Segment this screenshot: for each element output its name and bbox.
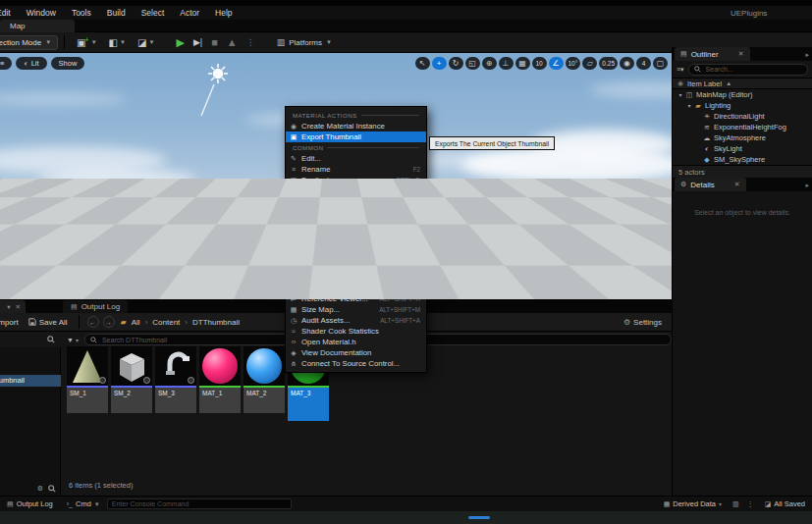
tab-outliner[interactable]: ▤ Outliner ✕ [675, 47, 750, 61]
play-options-icon[interactable]: ⋮ [246, 37, 255, 47]
expander-icon[interactable]: ▾ [677, 91, 684, 98]
menu-item-shader-cook-statistics[interactable]: ≈Shader Cook Statistics [286, 326, 426, 337]
menu-tools[interactable]: Tools [64, 8, 99, 18]
tree-item-sm-skysphere[interactable]: ◆SM_SkySphere [673, 154, 812, 165]
menu-item-view-documentation[interactable]: ◈View Documentation [286, 347, 426, 358]
menu-help[interactable]: Help [207, 8, 240, 18]
camera-speed-button[interactable]: ◉ [620, 57, 634, 70]
viewport-options-button[interactable]: ≡ [0, 57, 12, 70]
menu-item-reference-viewer[interactable]: ⇄Reference Viewer...ALT+SHIFT+R [286, 293, 426, 304]
tab-content-browser-partial[interactable]: ▾ ✕ [0, 300, 26, 313]
breadcrumb-content[interactable]: Content [152, 318, 180, 327]
menu-actor[interactable]: Actor [172, 8, 207, 18]
menu-item-asset-localization[interactable]: ⊕Asset Localization› [286, 218, 426, 229]
menu-item-size-map[interactable]: ▦Size Map...ALT+SHIFT+M [286, 304, 426, 315]
menu-item-export-thumbnail[interactable]: ▣Export Thumbnail [286, 131, 426, 142]
scale-snap-value[interactable]: 0.25 [599, 57, 618, 70]
tree-item-lighting[interactable]: ▾▰Lighting [673, 100, 812, 111]
grid-snap-button[interactable]: ▦ [515, 57, 530, 70]
expander-icon[interactable]: ▾ [685, 102, 693, 109]
tree-item-directionallight[interactable]: ☀DirectionalLight [673, 111, 812, 122]
breadcrumb-all[interactable]: All [132, 318, 140, 327]
tab-options-icon[interactable]: ▾ [7, 303, 10, 311]
menu-item-duplicate[interactable]: ▤DuplicateCTRL+D [286, 175, 426, 185]
settings-button[interactable]: ⚙ Settings [623, 318, 672, 327]
tab-details[interactable]: ⚙ Details ✕ [675, 178, 746, 191]
scale-snap-button[interactable]: ▱ [582, 57, 597, 70]
tab-flyout-icon[interactable]: ▸ [805, 182, 809, 189]
menu-item-rename[interactable]: ≡RenameF2 [286, 164, 426, 175]
cmd-dropdown[interactable]: ›_ Cmd ▼ [60, 499, 107, 508]
outliner-search-box[interactable] [688, 64, 808, 76]
menu-window[interactable]: Window [19, 8, 64, 18]
notifications-icon[interactable]: ⋮ [743, 500, 758, 508]
asset-tile-sm-1[interactable]: SM_1 [67, 346, 108, 421]
eject-button[interactable]: ▲ [227, 36, 238, 48]
translate-tool-button[interactable]: + [432, 57, 447, 70]
scale-tool-button[interactable]: ◱ [465, 57, 480, 70]
menu-item-delete[interactable]: ×DeleteDELETE [286, 196, 426, 207]
skip-button[interactable]: ▶| [193, 37, 202, 47]
tab-flyout-icon[interactable]: ▸ [805, 51, 809, 59]
menu-item-save[interactable]: ◪SaveCTRL+S [286, 185, 426, 196]
menu-edit[interactable]: Edit [0, 8, 19, 18]
outliner-search-input[interactable] [704, 65, 802, 74]
dock-in-layout-icon[interactable]: ⚙ [37, 485, 43, 493]
menu-item-show-in-explorer[interactable]: ▱Show in Explorer [286, 250, 426, 261]
menu-item-edit[interactable]: ✎Edit... [286, 153, 426, 164]
import-button[interactable]: Import [0, 318, 24, 327]
view-mode-button[interactable]: ◐Lit [16, 57, 46, 70]
maximize-viewport-button[interactable]: ▢ [653, 57, 668, 70]
rotate-tool-button[interactable]: ↻ [449, 57, 463, 70]
menu-item-open-material-h[interactable]: ‹›Open Material.h [286, 337, 426, 347]
menu-item-asset-actions[interactable]: ⊞Asset Actions› [286, 207, 426, 218]
level-tab[interactable]: Map [0, 20, 75, 32]
tab-output-log[interactable]: ▤ Output Log [63, 300, 128, 313]
menu-item-connect-to-source-control[interactable]: ⋔Connect To Source Control... [286, 358, 426, 369]
rotation-snap-button[interactable]: ∠ [549, 57, 564, 70]
outliner-column-header[interactable]: ◉ Item Label ▲ [673, 78, 812, 89]
coordinate-system-button[interactable]: ⊕ [482, 57, 497, 70]
source-control-status-button[interactable]: ◪ All Saved [758, 499, 812, 508]
output-log-button[interactable]: ▤ Output Log [0, 499, 60, 508]
tree-item-skyatmosphere[interactable]: ☁SkyAtmosphere [673, 132, 812, 143]
directional-light-gizmo[interactable] [198, 59, 242, 131]
tree-item-exponentialheightfog[interactable]: ≋ExponentialHeightFog [673, 122, 812, 132]
derived-data-button[interactable]: ▦ Derived Data ▾ [657, 499, 729, 508]
search-icon[interactable] [48, 485, 56, 493]
menu-item-copy-file-path[interactable]: ▥Copy File Path [286, 283, 426, 293]
tree-item-skylight[interactable]: ◐SkyLight [673, 143, 812, 154]
asset-tile-mat-2[interactable]: MAT_2 [244, 346, 285, 421]
add-actor-button[interactable]: ▣+▼ [71, 37, 103, 48]
sources-search-button[interactable] [0, 332, 61, 347]
filter-icon[interactable]: ≡▾ [677, 66, 684, 74]
scene-sphere-actor[interactable] [190, 216, 216, 241]
selection-mode-button[interactable]: Selection Mode▼ [0, 35, 58, 50]
tree-item-mainmap-editor[interactable]: ▾◫MainMap (Editor) [673, 89, 812, 100]
menu-build[interactable]: Build [99, 8, 134, 18]
back-button[interactable]: ← [87, 316, 99, 328]
menu-item-audit-assets[interactable]: ◷Audit Assets...ALT+SHIFT+A [286, 315, 426, 326]
folder-status-icon[interactable]: ▥ [729, 500, 743, 508]
menu-item-show-in-folder-view[interactable]: ▰Show in Folder ViewCTRL+B [286, 239, 426, 250]
save-all-button[interactable]: Save All [24, 318, 73, 327]
menu-item-create-material-instance[interactable]: ◉Create Material Instance [286, 121, 426, 131]
tab-close-icon[interactable]: ✕ [16, 303, 21, 311]
stop-button[interactable]: ■ [211, 36, 218, 48]
surface-snap-button[interactable]: ⊥ [499, 57, 514, 70]
sidebar-folder-selected[interactable]: DTThumbnail [0, 375, 61, 387]
camera-speed-value[interactable]: 4 [636, 57, 651, 70]
show-flags-button[interactable]: Show [51, 57, 85, 70]
close-icon[interactable]: ✕ [734, 181, 740, 188]
asset-tile-sm-2[interactable]: SM_2 [111, 346, 152, 421]
console-command-input[interactable] [107, 498, 292, 509]
play-button[interactable]: ▶ [176, 36, 184, 49]
menu-select[interactable]: Select [134, 8, 173, 18]
filters-button[interactable]: ▼▾ [61, 337, 84, 343]
grid-snap-value[interactable]: 10 [532, 57, 547, 70]
menu-item-copy-reference[interactable]: ▢Copy Reference [286, 272, 426, 283]
blueprints-button[interactable]: ◧▼ [103, 37, 132, 48]
close-icon[interactable]: ✕ [738, 50, 744, 58]
rotation-snap-value[interactable]: 10° [566, 57, 581, 70]
cinematics-button[interactable]: ◪▼ [132, 37, 160, 48]
